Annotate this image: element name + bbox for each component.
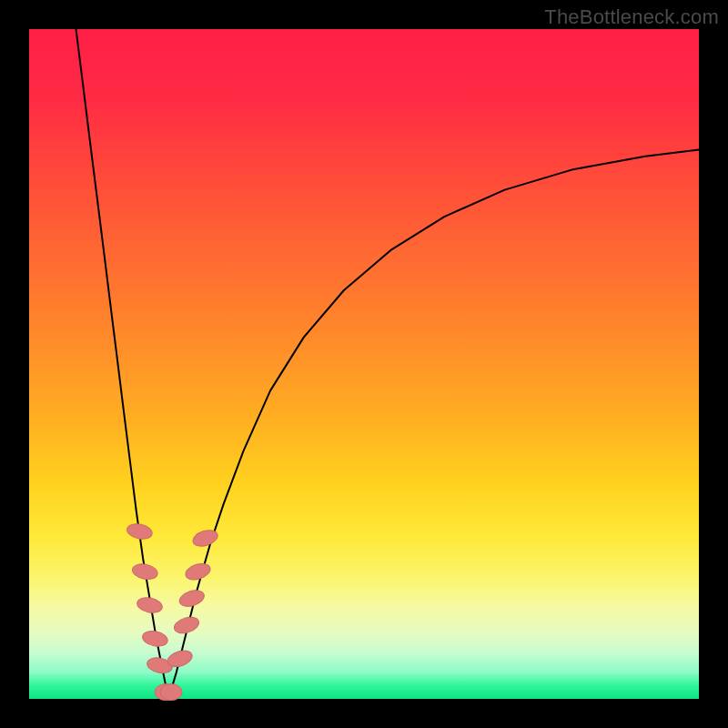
marker-dot — [126, 521, 154, 541]
marker-dot — [160, 684, 182, 701]
watermark-text: TheBottleneck.com — [544, 5, 719, 29]
marker-dot — [136, 595, 164, 614]
marker-dot — [131, 561, 159, 581]
marker-dot — [141, 629, 169, 648]
marker-dot — [184, 561, 213, 582]
chart-frame: TheBottleneck.com — [0, 0, 728, 728]
curve-right-branch — [168, 150, 699, 700]
marker-group — [126, 521, 219, 700]
plot-area — [29, 29, 699, 699]
marker-dot — [172, 614, 201, 636]
curve-left-branch — [76, 29, 169, 699]
marker-dot — [177, 588, 207, 610]
chart-svg — [29, 29, 699, 699]
